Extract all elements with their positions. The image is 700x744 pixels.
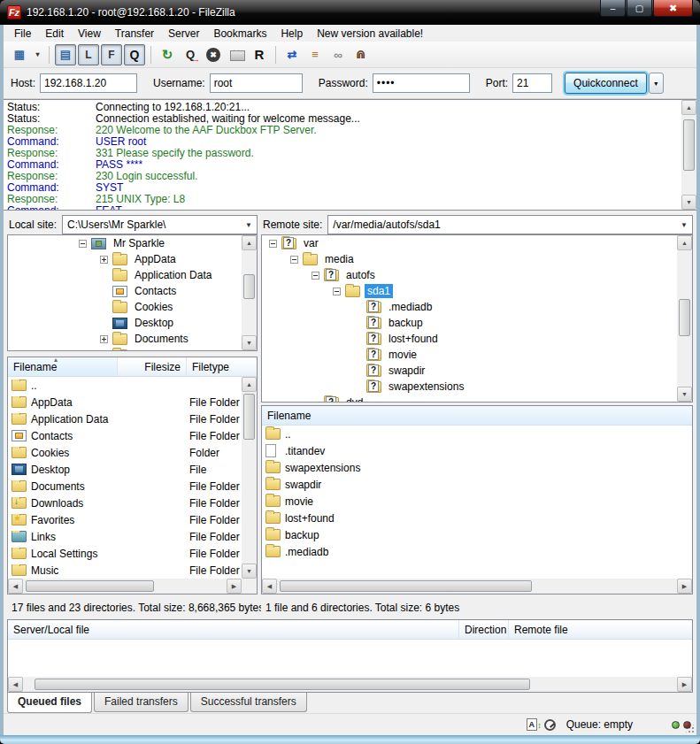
remote-tree-item[interactable]: autofs [262,267,692,283]
scroll-thumb[interactable] [243,274,255,299]
search-button[interactable]: ⋒ [350,44,372,65]
local-file-row[interactable]: Desktop File [8,461,242,478]
column-header-direction[interactable]: Direction [459,620,509,639]
scroll-down-icon[interactable]: ▼ [681,195,696,210]
scroll-thumb[interactable] [280,580,532,592]
menu-item[interactable]: Help [273,26,310,42]
port-input[interactable] [512,73,552,93]
scroll-thumb[interactable] [35,679,530,690]
remote-file-row[interactable]: swapextensions [262,459,692,476]
filter-button[interactable]: ∞ [327,44,349,65]
username-input[interactable] [210,73,303,93]
scroll-up-icon[interactable]: ▲ [677,235,692,250]
remote-tree-scrollbar[interactable]: ▲ ▼ [677,235,692,402]
process-queue-button[interactable]: Q [180,44,201,65]
remote-tree-item[interactable]: swapextensions [262,379,692,395]
directory-comparison-button[interactable]: ≡ [304,44,326,65]
column-header-filename[interactable]: Filename [262,406,692,425]
remote-file-row[interactable]: swapdir [262,476,692,493]
menu-item[interactable]: Server [161,26,206,42]
maximize-button[interactable]: ▢ [627,0,652,17]
local-file-row[interactable]: Music File Folder [8,562,242,579]
scroll-right-icon[interactable]: ▶ [677,677,692,692]
column-header-filetype[interactable]: Filetype [187,357,257,376]
scroll-left-icon[interactable]: ◀ [262,579,277,594]
scroll-up-icon[interactable]: ▲ [242,235,257,250]
refresh-button[interactable]: ↻ [157,44,178,65]
menu-item[interactable]: Edit [38,26,71,42]
scroll-thumb[interactable] [243,394,255,440]
local-file-row[interactable]: Cookies Folder [8,444,242,461]
expander-icon[interactable] [100,351,108,352]
local-tree-item[interactable]: Downloads [8,347,257,351]
expander-icon[interactable] [100,335,108,343]
local-site-combo[interactable]: C:\Users\Mr Sparkle\ ▼ [62,215,258,234]
queue-tab[interactable]: Successful transfers [190,693,307,712]
remote-list-hscrollbar[interactable]: ◀ ▶ [262,579,692,594]
queue-tab[interactable]: Failed transfers [94,693,188,712]
local-tree-item[interactable]: Contacts [8,283,257,299]
remote-file-row[interactable]: backup [262,526,692,543]
scroll-thumb[interactable] [679,299,690,336]
password-input[interactable] [373,73,470,93]
site-manager-dropdown[interactable]: ▾ [32,44,43,65]
remote-tree-item[interactable]: backup [262,315,692,331]
column-header-filesize[interactable]: Filesize [118,357,187,376]
scroll-thumb[interactable] [683,119,695,171]
local-file-row[interactable]: .. [8,377,242,394]
column-header-filename[interactable]: Filename ▴ [8,357,118,376]
cancel-operation-button[interactable]: ✖ [206,48,220,62]
column-header-local-file[interactable]: Server/Local file [8,620,459,639]
remote-tree-item[interactable]: media [262,251,692,267]
remote-tree-item[interactable]: movie [262,347,692,363]
toggle-remote-tree-button[interactable]: F [101,44,122,65]
local-tree-item[interactable]: AppData [8,251,257,267]
local-file-row[interactable]: Local Settings File Folder [8,545,242,562]
scroll-up-icon[interactable]: ▲ [242,377,257,392]
local-file-row[interactable]: Links File Folder [8,528,242,545]
expander-icon[interactable] [290,256,298,264]
site-manager-button[interactable]: ▦ [9,44,30,65]
scroll-thumb[interactable] [26,580,154,592]
remote-file-row[interactable]: lost+found [262,510,692,526]
remote-file-row[interactable]: .. [262,426,692,442]
local-file-row[interactable]: Application Data File Folder [8,410,242,427]
remote-tree-item[interactable]: var [262,235,692,251]
expander-icon[interactable] [79,240,87,248]
quickconnect-button[interactable]: Quickconnect [565,73,647,94]
minimize-button[interactable]: – [600,0,626,17]
local-file-row[interactable]: Favorites File Folder [8,511,242,528]
local-file-row[interactable]: Documents File Folder [8,478,242,495]
menu-item[interactable]: New version available! [310,26,430,42]
local-list-vscrollbar[interactable]: ▲ ▼ [242,377,257,579]
toggle-queue-button[interactable]: Q [124,44,145,65]
local-tree-item[interactable]: Application Data [8,267,257,283]
local-file-row[interactable]: Downloads File Folder [8,495,242,511]
menu-item[interactable]: Bookmarks [206,26,273,42]
title-bar[interactable]: Fz 192.168.1.20 - root@192.168.1.20 - Fi… [0,0,700,25]
scroll-up-icon[interactable]: ▲ [681,100,696,115]
scroll-down-icon[interactable]: ▼ [242,564,257,579]
local-file-row[interactable]: Contacts File Folder [8,427,242,444]
menu-item[interactable]: File [7,26,38,42]
menu-item[interactable]: Transfer [108,26,161,42]
chevron-down-icon[interactable]: ▼ [242,217,256,233]
expander-icon[interactable] [312,272,319,280]
scroll-left-icon[interactable]: ◀ [8,677,23,692]
scroll-right-icon[interactable]: ▶ [227,579,242,594]
column-header-remote-file[interactable]: Remote file [509,620,692,639]
chevron-down-icon[interactable]: ▼ [677,217,691,233]
remote-site-combo[interactable]: /var/media/autofs/sda1 ▼ [327,215,693,234]
scroll-left-icon[interactable]: ◀ [8,579,23,594]
local-tree-item[interactable]: Cookies [8,299,257,315]
expander-icon[interactable] [333,288,341,295]
local-tree-item[interactable]: Documents [8,331,257,347]
remote-tree-item[interactable]: lost+found [262,331,692,347]
close-button[interactable]: ✖ [653,0,693,17]
disconnect-button[interactable]: ✖ [226,44,247,65]
remote-tree-item[interactable]: sda1 [262,283,692,299]
local-tree-item[interactable]: Desktop [8,315,257,331]
remote-file-row[interactable]: .titandev [262,442,692,459]
local-list-hscrollbar[interactable]: ◀ ▶ [8,579,242,594]
local-file-row[interactable]: AppData File Folder [8,394,242,410]
